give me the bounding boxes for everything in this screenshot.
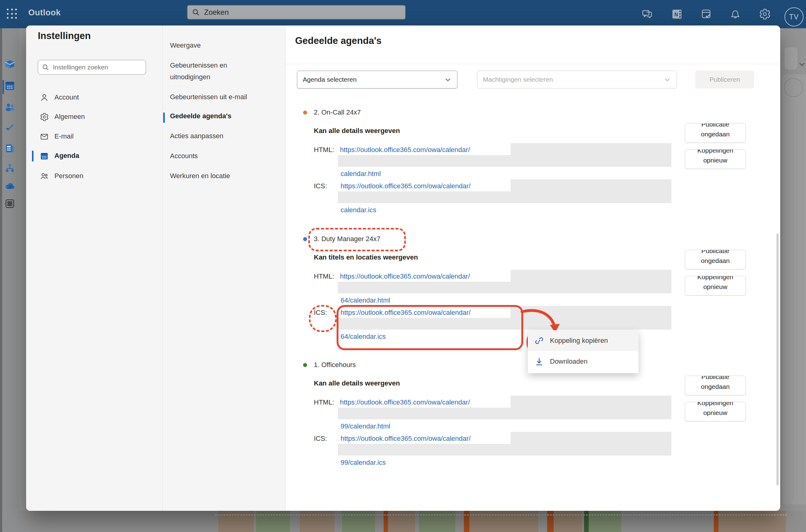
divider bbox=[286, 64, 780, 64]
menu-item-copy-link[interactable]: Koppeling kopiëren bbox=[528, 330, 639, 351]
sidebar-item-account[interactable]: Account bbox=[26, 89, 162, 107]
redacted-url-part bbox=[338, 282, 671, 293]
reset-links-button[interactable]: Koppelingenopnieuw bbox=[685, 402, 746, 421]
calendar-icon bbox=[40, 151, 49, 160]
redacted-url-part bbox=[511, 306, 671, 318]
link-icon bbox=[534, 336, 544, 346]
permission-level: Kan alle details weergeven bbox=[314, 379, 400, 387]
todo-check-icon[interactable] bbox=[4, 122, 16, 134]
sidebar-item-label: E-mail bbox=[54, 132, 73, 140]
ics-url-tail[interactable]: 64/calendar.ics bbox=[341, 332, 386, 341]
calendar-color-dot bbox=[303, 111, 307, 115]
background-gridline bbox=[793, 111, 793, 498]
unpublish-button[interactable]: Publicatieongedaan bbox=[685, 123, 746, 143]
newsfeed-icon[interactable] bbox=[4, 142, 16, 154]
ics-url-link[interactable]: https://outlook.office365.com/owa/calend… bbox=[341, 182, 471, 190]
html-url-tail[interactable]: calendar.html bbox=[341, 170, 381, 178]
redacted-url-part bbox=[511, 179, 671, 191]
subnav-item-events-invitations[interactable]: Gebeurtenissen en uitnodigingen bbox=[170, 60, 256, 83]
app-title: Outlook bbox=[28, 8, 61, 18]
background-circle bbox=[784, 78, 803, 97]
shared-calendar-section: 1. Officehours Kan alle details weergeve… bbox=[286, 361, 780, 488]
reset-links-button[interactable]: Koppelingenopnieuw bbox=[685, 149, 746, 169]
menu-item-download[interactable]: Downloaden bbox=[528, 351, 639, 372]
sidebar-item-email[interactable]: E-mail bbox=[26, 128, 162, 146]
chevron-down-icon bbox=[798, 60, 806, 68]
html-url-link[interactable]: https://outlook.office365.com/owa/calend… bbox=[340, 272, 470, 281]
more-apps-icon[interactable] bbox=[4, 198, 16, 209]
global-search-box[interactable] bbox=[187, 5, 406, 20]
org-chart-icon[interactable] bbox=[4, 162, 16, 174]
redacted-url-part bbox=[338, 155, 671, 167]
sidebar-item-calendar[interactable]: Agenda bbox=[26, 147, 162, 165]
todo-icon[interactable] bbox=[700, 8, 713, 20]
calendar-color-dot bbox=[303, 237, 307, 241]
active-indicator bbox=[32, 151, 34, 162]
ics-url-link[interactable]: https://outlook.office365.com/owa/calend… bbox=[341, 435, 471, 443]
redacted-url-part bbox=[511, 396, 671, 407]
chevron-down-icon bbox=[444, 76, 452, 83]
html-label: HTML: bbox=[314, 146, 334, 154]
calendar-name: 2. On-Call 24x7 bbox=[314, 109, 361, 116]
reset-links-button[interactable]: Koppelingenopnieuw bbox=[685, 276, 746, 296]
ics-label: ICS: bbox=[314, 182, 327, 190]
gear-icon bbox=[40, 112, 49, 122]
ics-url-link[interactable]: https://outlook.office365.com/owa/calend… bbox=[341, 309, 471, 317]
redacted-url-part bbox=[511, 270, 671, 282]
html-url-tail[interactable]: 99/calendar.html bbox=[341, 422, 390, 430]
envelope-icon bbox=[40, 132, 49, 141]
shared-calendar-section: 2. On-Call 24x7 Kan alle details weergev… bbox=[286, 109, 780, 235]
redacted-url-part bbox=[338, 407, 671, 419]
sidebar-item-people[interactable]: Personen bbox=[26, 167, 162, 185]
background-calendar-panel bbox=[783, 74, 806, 505]
ics-url-tail[interactable]: 99/calendar.ics bbox=[341, 459, 386, 467]
gear-icon[interactable] bbox=[759, 8, 771, 20]
publish-button[interactable]: Publiceren bbox=[695, 71, 754, 89]
html-url-link[interactable]: https://outlook.office365.com/owa/calend… bbox=[340, 146, 470, 154]
onenote-icon[interactable]: N bbox=[671, 8, 683, 20]
sidebar-item-label: Account bbox=[54, 93, 79, 101]
onedrive-icon[interactable] bbox=[4, 180, 16, 192]
calendar-select-value: Agenda selecteren bbox=[303, 76, 356, 83]
chat-icon[interactable] bbox=[641, 8, 654, 20]
bell-icon[interactable] bbox=[729, 8, 741, 20]
background-gridline bbox=[803, 111, 803, 498]
subnav-item-customize-actions[interactable]: Acties aanpassen bbox=[170, 130, 281, 142]
global-search-input[interactable] bbox=[203, 8, 389, 17]
subnav-item-events-from-email[interactable]: Gebeurtenissen uit e-mail bbox=[170, 91, 281, 103]
ics-url-tail[interactable]: calendar.ics bbox=[341, 206, 376, 214]
mail-icon[interactable] bbox=[4, 58, 16, 70]
person-icon bbox=[40, 93, 49, 102]
unpublish-button[interactable]: Publicatieongedaan bbox=[685, 376, 746, 395]
calendar-icon[interactable] bbox=[4, 80, 16, 92]
subnav-item-work-hours-location[interactable]: Werkuren en locatie bbox=[170, 170, 281, 182]
people-icon[interactable] bbox=[4, 101, 16, 113]
ics-label: ICS: bbox=[314, 309, 327, 317]
html-url-link[interactable]: https://outlook.office365.com/owa/calend… bbox=[340, 398, 470, 406]
svg-text:N: N bbox=[674, 12, 678, 18]
active-indicator bbox=[163, 112, 165, 123]
html-url-tail[interactable]: 64/calendar.html bbox=[341, 297, 390, 304]
app-launcher-icon[interactable] bbox=[7, 8, 18, 20]
calendar-name: 1. Officehours bbox=[314, 361, 356, 369]
avatar[interactable]: TV bbox=[785, 7, 804, 26]
redacted-url-part bbox=[338, 318, 671, 329]
permissions-select-value: Machtigingen selecteren bbox=[483, 76, 553, 83]
sidebar-item-general[interactable]: Algemeen bbox=[26, 108, 162, 126]
calendar-select-dropdown[interactable]: Agenda selecteren bbox=[297, 71, 457, 89]
scrollbar[interactable] bbox=[776, 233, 778, 485]
redacted-url-part bbox=[338, 191, 671, 203]
rail-edge bbox=[0, 28, 2, 532]
redacted-url-part bbox=[511, 143, 671, 155]
download-icon bbox=[534, 356, 544, 367]
settings-search-input[interactable] bbox=[52, 63, 136, 71]
permission-level: Kan titels en locaties weergeven bbox=[314, 253, 418, 261]
unpublish-button[interactable]: Publicatieongedaan bbox=[685, 250, 746, 269]
settings-search-box[interactable] bbox=[38, 60, 146, 75]
menu-item-label: Koppeling kopiëren bbox=[550, 337, 608, 345]
subnav-item-accounts[interactable]: Accounts bbox=[170, 150, 281, 162]
subnav-item-shared-calendars[interactable]: Gedeelde agenda's bbox=[170, 110, 281, 122]
permissions-select-dropdown[interactable]: Machtigingen selecteren bbox=[477, 71, 677, 89]
subnav-item-view[interactable]: Weergave bbox=[170, 40, 281, 51]
link-context-menu: Koppeling kopiëren Downloaden bbox=[528, 330, 639, 373]
